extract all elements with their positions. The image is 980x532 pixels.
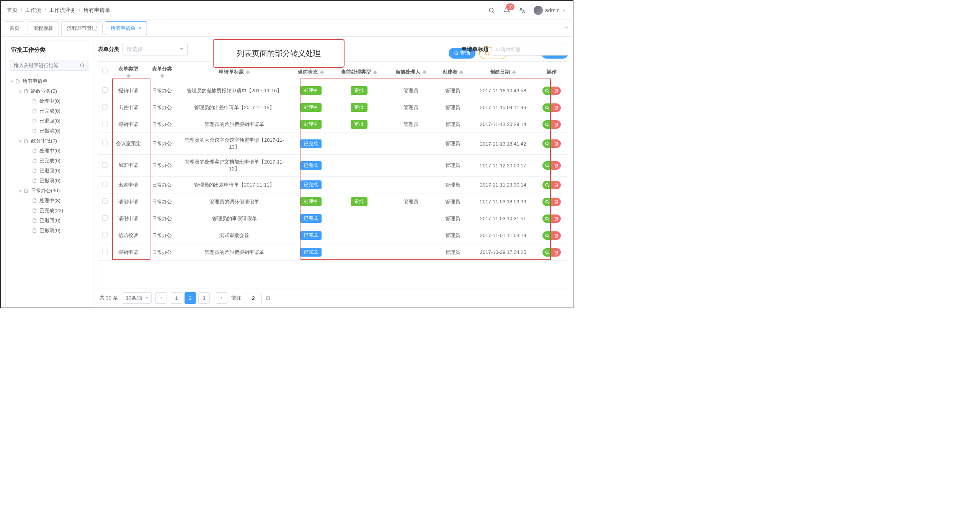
status-tag: 已完成 [300,139,322,148]
col-processor[interactable]: 当前处理人 ◆ [387,62,435,82]
goto-label: 前往 [231,295,241,301]
delete-button[interactable] [552,181,561,189]
cell-category: 日常办公 [145,82,179,99]
delete-button[interactable] [552,161,561,170]
view-button[interactable] [542,231,552,240]
tree-node[interactable]: 已完成(0) [23,156,89,166]
row-checkbox[interactable] [102,182,108,187]
svg-line-13 [548,144,549,145]
file-icon [32,228,37,233]
breadcrumb-item[interactable]: 工作流业务 [49,7,76,14]
language-icon[interactable] [518,7,526,14]
search-icon[interactable] [488,7,495,14]
tree-node[interactable]: 处理中(0) [23,146,89,156]
cell-processor: 管理员 [387,82,435,99]
view-button[interactable] [542,161,552,170]
tree-node[interactable]: ▾路政业务(0) [16,86,89,96]
view-button[interactable] [542,181,552,189]
form-category-select[interactable]: 请选择 [122,43,188,56]
table-row: 出差申请日常办公管理员的出差申请单【2017-11-15】处理中审批管理员管理员… [98,99,568,116]
tree-node[interactable]: 已完成(22) [23,206,89,216]
col-type[interactable]: 表单类型◆ [111,62,145,82]
chevron-down-icon[interactable] [564,25,569,31]
view-button[interactable] [542,120,552,129]
goto-input[interactable] [245,293,262,303]
row-checkbox[interactable] [102,232,108,237]
tree-node[interactable]: 已退回(0) [23,116,89,126]
breadcrumb-item[interactable]: 首页 [7,7,18,14]
row-checkbox[interactable] [102,141,108,146]
page-size-select[interactable]: 10条/页 [122,292,152,304]
row-checkbox[interactable] [102,215,108,221]
view-button[interactable] [542,214,552,223]
cell-type: 请假申请 [111,210,145,227]
tree-node[interactable]: ▾日常办公(30) [16,186,89,196]
view-button[interactable] [542,198,552,206]
tree-node[interactable]: 已撤消(0) [23,226,89,236]
page-number-button[interactable]: 1 [171,292,182,304]
sidebar-search-input[interactable] [14,62,80,68]
username: admin [545,7,560,13]
next-page-button[interactable] [216,292,227,304]
tab-template[interactable]: 流程模板 [28,21,59,35]
col-category[interactable]: 表单分类◆ [145,62,179,82]
tree-node[interactable]: 处理中(8) [23,196,89,206]
cell-processor [387,210,435,227]
row-checkbox[interactable] [102,162,108,168]
tree-node[interactable]: 已撤消(0) [23,176,89,186]
delete-button[interactable] [552,214,561,223]
row-checkbox[interactable] [102,121,108,126]
svg-line-9 [548,108,549,109]
prev-page-button[interactable] [155,292,167,304]
row-checkbox[interactable] [102,104,108,110]
tab-all-requests[interactable]: 所有申请单 × [105,21,147,35]
status-tag: 处理中 [300,197,322,206]
cell-proc-type [332,227,387,244]
tree-node[interactable]: ▾所有申请单 [10,76,89,86]
title-input[interactable] [492,44,568,56]
select-all-checkbox[interactable] [102,69,108,74]
svg-line-1 [493,11,494,13]
row-checkbox[interactable] [102,87,108,93]
tab-home[interactable]: 首页 [4,21,25,35]
tree-node[interactable]: 已完成(0) [23,106,89,116]
cell-status: 处理中 [290,99,332,116]
delete-button[interactable] [552,231,561,240]
delete-button[interactable] [552,87,561,95]
tree-label: 已退回(0) [39,217,60,224]
file-icon [23,138,29,144]
view-button[interactable] [542,248,552,257]
view-button[interactable] [542,103,552,112]
view-button[interactable] [542,139,552,148]
delete-button[interactable] [552,248,561,257]
delete-button[interactable] [552,103,561,112]
file-icon [32,128,37,134]
cell-processor [387,155,435,177]
bell-icon[interactable]: 10 [503,7,511,14]
sidebar-search[interactable] [10,60,89,71]
cell-status: 已完成 [290,244,332,261]
tree-node[interactable]: 已退回(0) [23,166,89,176]
tree-node[interactable]: ▾政务审批(0) [16,136,89,146]
row-checkbox[interactable] [102,249,108,254]
page-number-button[interactable]: 3 [198,292,210,304]
row-checkbox[interactable] [102,198,108,204]
tab-step[interactable]: 流程环节管理 [61,21,103,35]
col-created[interactable]: 创建日期 ◆ [470,62,536,82]
cell-category: 日常办公 [145,227,179,244]
page-number-button[interactable]: 2 [185,292,196,304]
close-icon[interactable]: × [139,25,142,31]
delete-button[interactable] [552,139,561,148]
delete-button[interactable] [552,120,561,129]
user-menu[interactable]: admin [534,6,567,15]
cell-title: 管理员的差旅费报销申请单【2017-11-16】 [179,82,290,99]
tree-node[interactable]: 已退回(0) [23,216,89,226]
avatar [534,6,543,15]
view-button[interactable] [542,87,552,95]
delete-button[interactable] [552,198,561,206]
breadcrumb-item[interactable]: 工作流 [25,7,41,14]
tree-node[interactable]: 处理中(0) [23,96,89,106]
cell-created: 2017-11-01 11:03:19 [470,227,536,244]
tree-node[interactable]: 已撤消(0) [23,126,89,136]
col-creator[interactable]: 创建者 ◆ [435,62,471,82]
